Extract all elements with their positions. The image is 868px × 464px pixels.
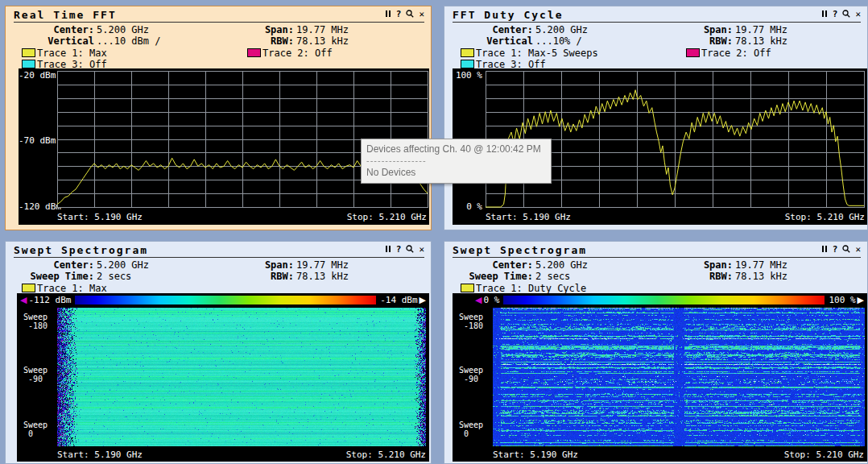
zoom-icon[interactable] bbox=[842, 245, 850, 255]
colorbar-min-label: -112 dBm bbox=[28, 295, 71, 305]
help-button[interactable]: ? bbox=[396, 10, 402, 19]
y-axis-label-bottom: -120 dBm bbox=[19, 201, 54, 212]
center-value: 5.200 GHz bbox=[535, 259, 588, 271]
help-button[interactable]: ? bbox=[833, 10, 838, 19]
center-label: Center: bbox=[12, 24, 94, 35]
tooltip-line2: No Devices bbox=[366, 167, 546, 178]
pause-button[interactable] bbox=[821, 246, 828, 254]
panel-title: Swept Spectrogram bbox=[14, 244, 148, 256]
x-axis-stop-label: Stop: 5.210 GHz bbox=[785, 212, 865, 222]
tooltip-separator: ---------------- bbox=[366, 155, 546, 165]
trace1-label: Trace 1: Max bbox=[37, 48, 107, 59]
span-label: Span: bbox=[213, 24, 294, 35]
close-button[interactable]: ✕ bbox=[419, 246, 424, 254]
span-value: 19.77 MHz bbox=[735, 24, 787, 35]
sweep-label-bottom: Sweep0 bbox=[23, 420, 48, 438]
x-axis-start-label: Start: 5.190 GHz bbox=[493, 450, 578, 460]
span-value: 19.77 MHz bbox=[735, 259, 787, 271]
panel-title: FFT Duty Cycle bbox=[453, 9, 564, 21]
sweep-label-top: Sweep-180 bbox=[459, 313, 483, 330]
vertical-label: Vertical bbox=[12, 35, 94, 47]
help-button[interactable]: ? bbox=[396, 246, 402, 254]
trace3-swatch[interactable] bbox=[22, 60, 35, 68]
colorbar-min-handle-icon[interactable]: ◀ bbox=[20, 296, 27, 304]
panel-real-time-fft: Real Time FFT ? ✕ Center: 5.200 GHz Span… bbox=[5, 6, 432, 230]
trace2-label: Trace 2: Off bbox=[262, 48, 333, 59]
x-axis-stop-label: Stop: 5.210 GHz bbox=[347, 212, 427, 222]
pause-button[interactable] bbox=[821, 10, 828, 19]
colorbar-max-handle-icon[interactable]: ▶ bbox=[420, 296, 426, 304]
span-label: Span: bbox=[652, 259, 733, 271]
pause-button[interactable] bbox=[385, 246, 391, 254]
rbw-label: RBW: bbox=[213, 271, 294, 282]
tooltip: Devices affecting Ch. 40 @ 12:00:42 PM -… bbox=[361, 139, 552, 184]
center-label: Center: bbox=[451, 24, 533, 35]
trace1-swatch[interactable] bbox=[461, 284, 474, 292]
y-axis-label-bottom: 0 % bbox=[453, 201, 482, 212]
y-axis-label-top: -20 dBm bbox=[19, 70, 54, 81]
x-axis-stop-label: Stop: 5.210 GHz bbox=[346, 450, 426, 460]
help-button[interactable]: ? bbox=[833, 246, 838, 254]
spectrogram-area: ◀ -112 dBm -14 dBm ▶ Sweep-180 Sweep-90 … bbox=[17, 293, 429, 462]
rbw-value: 78.13 kHz bbox=[735, 271, 787, 282]
trace1-label: Trace 1: Max-5 Sweeps bbox=[476, 48, 598, 59]
vertical-value: ...10% / bbox=[535, 35, 582, 47]
span-value: 19.77 MHz bbox=[296, 24, 349, 35]
x-axis-start-label: Start: 5.190 GHz bbox=[57, 450, 143, 460]
panel-title: Swept Spectrogram bbox=[453, 244, 587, 256]
spectrogram-duty-canvas[interactable] bbox=[493, 308, 865, 446]
rbw-label: RBW: bbox=[652, 35, 733, 47]
rbw-value: 78.13 kHz bbox=[296, 271, 349, 282]
sweep-time-label: Sweep Time: bbox=[451, 271, 533, 282]
tooltip-line1: Devices affecting Ch. 40 @ 12:00:42 PM bbox=[366, 143, 546, 155]
zoom-icon[interactable] bbox=[406, 10, 414, 19]
center-value: 5.200 GHz bbox=[535, 24, 588, 35]
trace3-swatch[interactable] bbox=[461, 60, 474, 68]
sweep-time-value: 2 secs bbox=[97, 271, 131, 282]
sweep-label-top: Sweep-180 bbox=[23, 313, 48, 330]
span-value: 19.77 MHz bbox=[296, 259, 349, 271]
trace1-swatch[interactable] bbox=[22, 48, 35, 57]
x-axis-start-label: Start: 5.190 GHz bbox=[57, 212, 143, 222]
trace2-swatch[interactable] bbox=[247, 48, 261, 57]
trace1-label: Trace 1: Max bbox=[37, 283, 107, 294]
trace1-swatch[interactable] bbox=[22, 284, 35, 292]
x-axis-stop-label: Stop: 5.210 GHz bbox=[784, 450, 864, 460]
span-label: Span: bbox=[213, 259, 294, 271]
trace2-label: Trace 2: Off bbox=[701, 48, 771, 59]
vertical-label: Vertical bbox=[451, 35, 533, 47]
zoom-icon[interactable] bbox=[406, 245, 414, 255]
panel-titlebar[interactable]: Swept Spectrogram ? ✕ bbox=[14, 242, 424, 258]
vertical-value: ...10 dBm / bbox=[97, 35, 160, 47]
panel-titlebar[interactable]: Swept Spectrogram ? ✕ bbox=[453, 242, 861, 258]
close-button[interactable]: ✕ bbox=[419, 10, 424, 19]
center-value: 5.200 GHz bbox=[97, 259, 149, 271]
zoom-icon[interactable] bbox=[842, 10, 850, 19]
panel-fft-duty-cycle: FFT Duty Cycle ? ✕ Center: 5.200 GHz Spa… bbox=[444, 6, 868, 230]
app-workspace: Real Time FFT ? ✕ Center: 5.200 GHz Span… bbox=[0, 0, 868, 464]
panel-titlebar[interactable]: Real Time FFT ? ✕ bbox=[14, 7, 424, 23]
rbw-value: 78.13 kHz bbox=[296, 35, 349, 47]
sweep-time-label: Sweep Time: bbox=[12, 271, 94, 282]
sweep-label-middle: Sweep-90 bbox=[459, 366, 483, 383]
rbw-value: 78.13 kHz bbox=[735, 35, 787, 47]
trace2-swatch[interactable] bbox=[686, 48, 700, 57]
spectrogram-power-canvas[interactable] bbox=[57, 308, 426, 446]
panel-titlebar[interactable]: FFT Duty Cycle ? ✕ bbox=[453, 7, 861, 23]
rbw-label: RBW: bbox=[213, 35, 294, 47]
colorbar-min-label: 0 % bbox=[483, 295, 499, 305]
colorbar-max-label: 100 % bbox=[829, 295, 855, 305]
panel-swept-spectrogram-duty: Swept Spectrogram ? ✕ Center: 5.200 GHz … bbox=[444, 241, 868, 464]
sweep-time-value: 2 secs bbox=[535, 271, 570, 282]
panel-title: Real Time FFT bbox=[14, 9, 117, 21]
trace1-label: Trace 1: Duty Cycle bbox=[476, 283, 586, 294]
center-label: Center: bbox=[12, 259, 94, 271]
trace1-swatch[interactable] bbox=[461, 48, 474, 57]
center-label: Center: bbox=[451, 259, 533, 271]
close-button[interactable]: ✕ bbox=[855, 246, 861, 254]
colorbar-max-handle-icon[interactable]: ▶ bbox=[858, 296, 864, 304]
colorbar-min-handle-icon[interactable]: ◀ bbox=[475, 296, 482, 304]
close-button[interactable]: ✕ bbox=[855, 10, 861, 19]
pause-button[interactable] bbox=[385, 10, 391, 19]
rbw-label: RBW: bbox=[652, 271, 733, 282]
